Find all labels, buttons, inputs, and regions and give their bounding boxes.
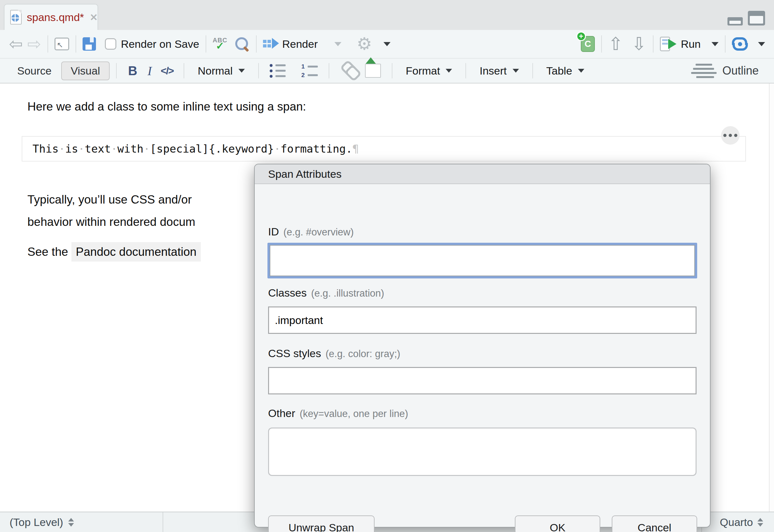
- close-tab-icon[interactable]: ✕: [90, 12, 98, 23]
- run-icon: [660, 37, 678, 51]
- render-button[interactable]: Render: [263, 37, 318, 51]
- more-options-button[interactable]: [721, 126, 740, 145]
- separator: [184, 63, 184, 78]
- chevron-down-icon: [578, 69, 584, 73]
- forward-arrow-icon[interactable]: ⇨: [27, 36, 41, 52]
- jump-to-menu[interactable]: (Top Level): [0, 512, 163, 532]
- tab-title: spans.qmd*: [27, 11, 84, 24]
- separator: [256, 35, 257, 53]
- image-icon[interactable]: [365, 64, 381, 78]
- outline-toggle[interactable]: Outline: [691, 64, 765, 78]
- tab-spans-qmd[interactable]: spans.qmd* ✕: [4, 4, 98, 30]
- id-input[interactable]: [270, 245, 695, 276]
- chevron-down-icon: [238, 69, 245, 73]
- format-menu[interactable]: Format: [399, 65, 459, 77]
- tab-bar: spans.qmd* ✕: [0, 0, 774, 30]
- quarto-document-icon: [10, 10, 22, 25]
- save-icon[interactable]: [83, 37, 96, 51]
- render-icon: [263, 37, 279, 51]
- separator: [532, 63, 533, 78]
- bullet-list-icon[interactable]: [265, 64, 290, 78]
- span-code-line[interactable]: This·is·text·with·[special]{.keyword}·fo…: [22, 136, 746, 162]
- link-icon[interactable]: [336, 60, 359, 82]
- spellcheck-icon[interactable]: ABC ✓: [213, 37, 227, 51]
- up-down-arrows-icon: [757, 518, 763, 527]
- render-on-save-label: Render on Save: [121, 38, 199, 50]
- separator: [47, 35, 48, 53]
- paragraph: Typically, you’ll use CSS and/or behavio…: [27, 189, 195, 233]
- ok-button[interactable]: OK: [515, 515, 600, 532]
- run-button[interactable]: Run: [660, 37, 719, 51]
- id-label: ID(e.g. #overview): [268, 226, 354, 238]
- document-type-menu[interactable]: Quarto: [701, 512, 769, 532]
- id-input-focus-ring: [267, 243, 697, 278]
- separator: [258, 63, 259, 78]
- separator: [116, 63, 117, 78]
- separator: [653, 35, 654, 53]
- separator: [329, 63, 329, 78]
- italic-button[interactable]: I: [142, 63, 157, 78]
- chevron-down-icon: [513, 69, 519, 73]
- css-styles-label: CSS styles(e.g. color: gray;): [268, 347, 401, 360]
- plus-badge-icon: +: [576, 32, 586, 41]
- up-down-arrows-icon: [68, 518, 74, 527]
- paragraph: See the Pandoc documentation: [27, 245, 201, 259]
- render-on-save-checkbox[interactable]: [105, 38, 116, 50]
- separator: [206, 35, 206, 53]
- cancel-button[interactable]: Cancel: [612, 515, 697, 532]
- render-options-caret-icon[interactable]: [334, 42, 341, 46]
- other-textarea[interactable]: [268, 428, 697, 476]
- code-format-button[interactable]: </>: [157, 65, 177, 77]
- css-styles-input[interactable]: [268, 367, 697, 394]
- format-toolbar: Source Visual B I </> Normal 1 2 Format …: [0, 58, 774, 83]
- dialog-title: Span Attributes: [268, 168, 342, 180]
- gear-icon: ⚙: [357, 35, 372, 53]
- source-mode-button[interactable]: Source: [9, 65, 60, 77]
- bold-button[interactable]: B: [123, 64, 142, 78]
- unwrap-span-button[interactable]: Unwrap Span: [268, 515, 374, 532]
- visual-mode-button[interactable]: Visual: [61, 61, 110, 80]
- go-to-previous-chunk-icon[interactable]: ⇧: [608, 35, 623, 53]
- settings-caret-icon: [383, 42, 391, 46]
- paragraph: Here we add a class to some inline text …: [27, 100, 306, 113]
- run-options-caret-icon: [712, 42, 719, 46]
- classes-input[interactable]: [268, 306, 697, 334]
- search-icon[interactable]: [234, 36, 249, 52]
- insert-chunk-button[interactable]: C +: [581, 36, 595, 52]
- table-menu[interactable]: Table: [539, 65, 591, 77]
- window-minimize-icon[interactable]: [727, 17, 743, 25]
- numbered-list-icon[interactable]: 1 2: [296, 63, 322, 78]
- pandoc-documentation-link[interactable]: Pandoc documentation: [71, 242, 201, 262]
- outline-icon: [691, 64, 717, 78]
- insert-menu[interactable]: Insert: [473, 65, 526, 77]
- rerun-icon: [732, 37, 748, 51]
- render-settings-button[interactable]: ⚙: [357, 35, 391, 53]
- go-to-next-chunk-icon[interactable]: ⇩: [632, 35, 647, 53]
- separator: [725, 35, 726, 53]
- span-attributes-dialog: Span Attributes ID(e.g. #overview) Class…: [254, 164, 711, 528]
- dialog-header[interactable]: Span Attributes: [255, 164, 710, 184]
- separator: [466, 63, 466, 78]
- separator: [76, 35, 76, 53]
- scrollbar-track[interactable]: [769, 83, 774, 512]
- window-maximize-icon[interactable]: [748, 11, 765, 25]
- other-label: Other(key=value, one per line): [268, 407, 408, 420]
- classes-label: Classes(e.g. .illustration): [268, 287, 384, 299]
- chevron-down-icon: [446, 69, 452, 73]
- paragraph-style-dropdown[interactable]: Normal: [191, 65, 252, 77]
- back-arrow-icon[interactable]: ⇦: [9, 36, 23, 52]
- separator: [392, 63, 393, 78]
- main-toolbar: ⇦ ⇨ ↖ Render on Save ABC ✓ Render ⚙ C + …: [0, 30, 774, 58]
- separator: [601, 35, 602, 53]
- show-in-new-window-icon[interactable]: ↖: [54, 38, 69, 50]
- rerun-options-caret-icon: [758, 42, 765, 46]
- rerun-button[interactable]: [732, 37, 765, 51]
